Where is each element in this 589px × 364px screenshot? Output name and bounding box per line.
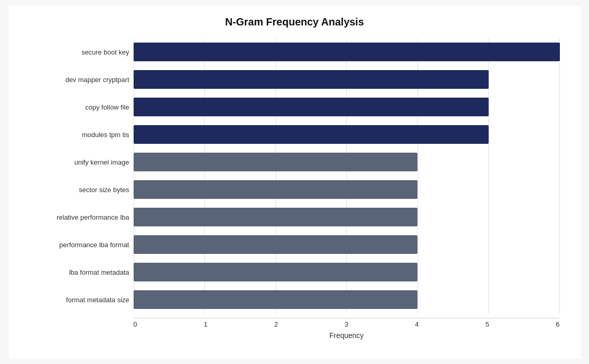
- bar: [134, 125, 489, 144]
- y-axis-label: modules tpm tis: [82, 122, 129, 147]
- x-tick: 3: [345, 320, 348, 328]
- bar-row: [134, 42, 560, 62]
- y-axis-label: unify kernel image: [74, 149, 129, 175]
- bar-row: [134, 262, 560, 282]
- chart-area: secure boot keydev mapper cryptpartcopy …: [30, 38, 560, 340]
- bar-row: [134, 179, 560, 200]
- bar: [134, 208, 418, 226]
- x-tick: 1: [204, 320, 207, 328]
- bar: [134, 98, 489, 116]
- x-axis: 0123456 Frequency: [134, 314, 560, 340]
- bar-row: [134, 289, 560, 310]
- y-axis: secure boot keydev mapper cryptpartcopy …: [30, 38, 134, 314]
- y-axis-label: secure boot key: [82, 39, 129, 65]
- bar: [134, 290, 418, 309]
- y-axis-label: performance lba format: [59, 232, 129, 258]
- x-ticks: 0123456: [134, 320, 560, 328]
- bar: [134, 70, 489, 89]
- chart-title: N-Gram Frequency Analysis: [30, 16, 560, 28]
- bar: [134, 263, 418, 281]
- bar-row: [134, 234, 560, 255]
- x-axis-label: Frequency: [134, 331, 560, 340]
- x-tick: 5: [486, 320, 489, 328]
- y-axis-label: format metadata size: [66, 287, 129, 313]
- y-axis-label: copy follow file: [85, 94, 129, 120]
- bar-row: [134, 152, 560, 172]
- bar: [134, 43, 560, 61]
- y-axis-label: sector size bytes: [79, 177, 129, 203]
- bar-row: [134, 97, 560, 117]
- y-axis-label: relative performance lba: [57, 204, 129, 230]
- bars-section: secure boot keydev mapper cryptpartcopy …: [30, 38, 560, 314]
- bar: [134, 153, 418, 171]
- bars-and-grid: [134, 38, 560, 314]
- y-axis-label: dev mapper cryptpart: [66, 66, 129, 92]
- x-tick: 2: [274, 320, 278, 328]
- bar-row: [134, 207, 560, 227]
- y-axis-label: lba format metadata: [69, 259, 129, 285]
- bar: [134, 235, 418, 254]
- bar: [134, 180, 418, 199]
- x-tick: 0: [134, 320, 137, 328]
- x-tick: 4: [415, 320, 418, 328]
- chart-container: N-Gram Frequency Analysis secure boot ke…: [9, 6, 581, 359]
- bar-row: [134, 124, 560, 145]
- bar-row: [134, 69, 560, 90]
- x-axis-line: [134, 318, 560, 318]
- x-tick: 6: [556, 320, 559, 328]
